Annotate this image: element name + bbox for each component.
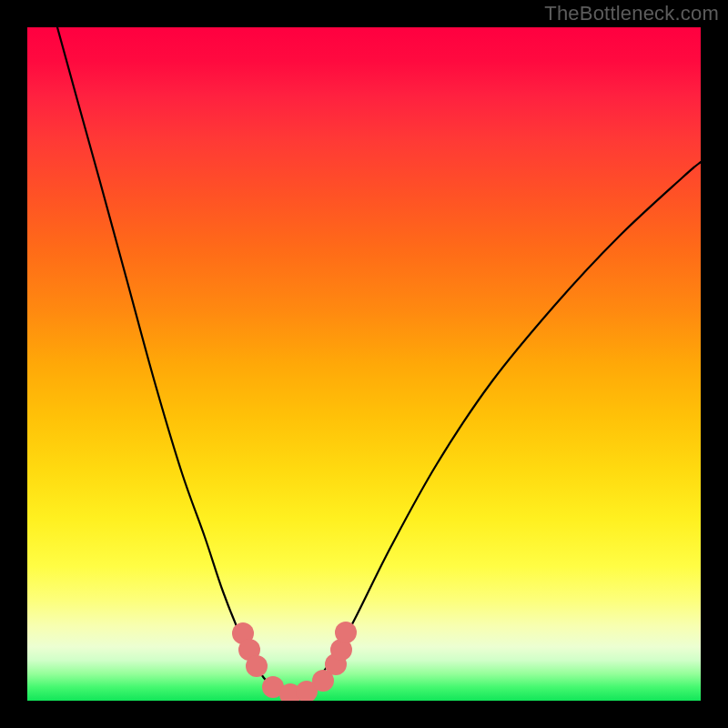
curve-layer	[27, 27, 701, 701]
watermark-text: TheBottleneck.com	[544, 2, 719, 25]
highlight-dot	[246, 655, 268, 677]
highlight-dot	[335, 622, 357, 643]
highlight-markers	[232, 622, 357, 701]
chart-frame: TheBottleneck.com	[0, 0, 728, 728]
plot-area	[27, 27, 701, 701]
bottleneck-curve-path	[57, 27, 701, 696]
